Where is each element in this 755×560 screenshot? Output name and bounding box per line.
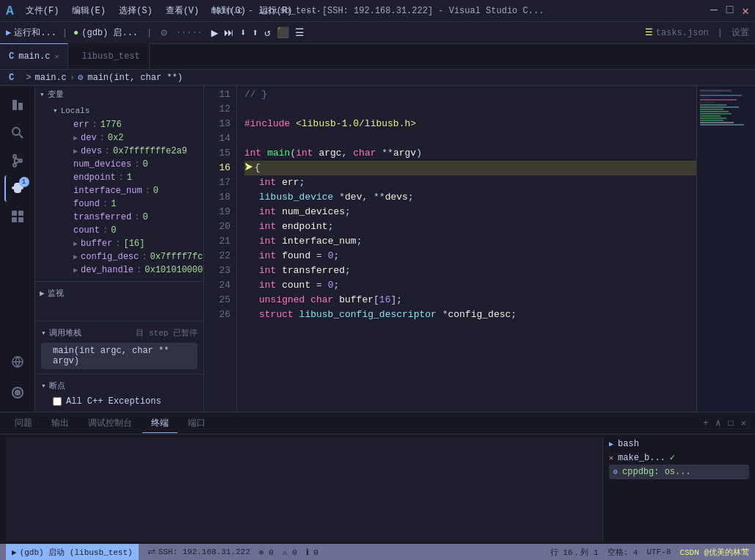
svg-rect-7 [12,211,17,216]
status-info[interactable]: ℹ 0 [306,548,318,557]
bp-checkbox[interactable] [53,397,62,406]
settings-tab[interactable]: 设置 [732,26,749,39]
breakpoints-header[interactable]: ▾ 断点 [41,377,197,394]
svg-point-12 [16,391,19,394]
tab-main-c[interactable]: C main.c ✕ [0,43,68,69]
status-spaces[interactable]: 空格: 4 [608,547,638,558]
status-errors[interactable]: ⊗ 0 [259,548,274,557]
line-numbers: 11 12 13 14 15 16 17 18 19 20 21 22 23 2… [204,86,237,412]
ssh-icon: ⮂ [147,548,156,557]
var-transferred[interactable]: transferred : 0 [47,211,203,224]
menu-select[interactable]: 选择(S) [113,3,158,18]
panel-close-btn[interactable]: ✕ [738,415,749,432]
code-line-22: int found = 0; [244,249,696,263]
panel-add-btn[interactable]: + [700,415,711,432]
breadcrumb-function[interactable]: main(int, char **) [87,73,183,83]
panel-tab-debug-console[interactable]: 调试控制台 [79,414,141,432]
svg-point-5 [13,164,16,167]
status-line-col[interactable]: 行 16，列 1 [550,547,599,558]
activity-search[interactable] [4,120,31,146]
menu-file[interactable]: 文件(F) [20,3,65,18]
activity-explorer[interactable] [4,92,31,118]
status-debug[interactable]: ▶ (gdb) 启动 (libusb_test) [6,544,139,560]
window-controls: — □ ✕ [710,4,749,18]
gdb-icon: ● [73,28,79,38]
step-into-btn[interactable]: ⬇ [240,26,246,39]
locals-header[interactable]: ▾ Locals [47,103,203,118]
variables-header[interactable]: ▾ 变量 [35,86,203,103]
svg-line-3 [19,134,23,138]
menu-edit[interactable]: 编辑(E) [66,3,112,18]
var-dev-handle[interactable]: ▶ dev_handle : 0x10101000000 [47,263,203,277]
svg-rect-1 [18,103,23,110]
svg-point-4 [13,155,16,158]
var-count[interactable]: count : 0 [47,224,203,237]
var-endpoint[interactable]: endpoint : 1 [47,171,203,184]
menu-view[interactable]: 查看(V) [160,3,205,18]
code-line-21: int interface_num; [244,234,696,249]
terminal-cppdbg[interactable]: ⚙ cppdbg: os... [609,465,749,479]
line-num-20: 20 [204,219,230,234]
line-num-17: 17 [204,175,230,190]
var-num-devices[interactable]: num_devices : 0 [47,158,203,171]
breadcrumb: C > main.c › ⚙ main(int, char **) [0,70,755,86]
svg-rect-0 [12,100,17,110]
code-line-12 [244,102,696,117]
status-encoding[interactable]: UTF-8 [646,548,671,556]
status-left: ▶ (gdb) 启动 (libusb_test) ⮂ SSH: 192.168.… [6,544,318,560]
step-out-btn[interactable]: ⬆ [252,26,258,39]
line-num-19: 19 [204,205,230,219]
restart-btn[interactable]: ↺ [264,26,270,39]
stop-btn[interactable]: ⬛ [277,26,289,39]
var-err[interactable]: err : 1776 [47,118,203,131]
activity-extensions[interactable] [4,203,31,230]
status-warnings[interactable]: ⚠ 0 [282,548,297,557]
var-devs[interactable]: ▶ devs : 0x7fffffffe2a9 [47,145,203,158]
callstack-step-label: 目 step 已暂停 [136,327,197,338]
panel-tab-output[interactable]: 输出 [43,414,78,432]
terminal-bash[interactable]: ▶ bash [609,437,749,451]
panel-chevron-up[interactable]: ∧ [712,415,723,432]
panel-tab-ports[interactable]: 端口 [179,414,214,432]
activity-debug[interactable]: 1 [4,175,31,202]
panel-maximize-btn[interactable]: □ [726,415,737,432]
var-buffer[interactable]: ▶ buffer : [16] [47,237,203,250]
tab-libusb-test[interactable]: libusb_test [68,43,149,69]
terminal-make-icon: ✕ [609,454,613,462]
breadcrumb-sep2: › [70,73,75,83]
var-dev[interactable]: ▶ dev : 0x2 [47,131,203,145]
line-num-24: 24 [204,278,230,293]
activity-remote[interactable] [4,349,31,375]
activity-settings[interactable] [4,379,31,406]
watch-header[interactable]: ▶ 监视 [35,285,203,302]
maximize-button[interactable]: □ [726,4,734,18]
svg-rect-8 [18,211,23,216]
var-config-desc[interactable]: ▶ config_desc : 0x7ffff7fc10... [47,250,203,263]
terminal-make[interactable]: ✕ make_b... ✓ [609,451,749,465]
var-found[interactable]: found : 1 [47,197,203,211]
gdb-selector[interactable]: ● (gdb) 启... [73,26,138,39]
continue-btn[interactable]: ▶ [211,26,219,40]
code-editor[interactable]: 11 12 13 14 15 16 17 18 19 20 21 22 23 2… [204,86,755,412]
close-tab-icon[interactable]: ✕ [54,52,59,61]
panel-tab-terminal[interactable]: 终端 [142,414,178,433]
status-ssh[interactable]: ⮂ SSH: 192.168.31.222 [147,548,250,557]
settings-icon[interactable]: ⚙ [161,26,167,39]
breakpoint-exceptions[interactable]: All C++ Exceptions [41,394,197,409]
breadcrumb-filename[interactable]: main.c [35,73,67,83]
minimize-button[interactable]: — [710,4,718,18]
step-over-btn[interactable]: ⏭ [224,27,234,39]
close-button[interactable]: ✕ [742,4,749,18]
line-num-14: 14 [204,131,230,146]
callstack-header[interactable]: ▾ 调用堆栈 目 step 已暂停 [41,324,197,341]
run-config-selector[interactable]: ▶ 运行和... [6,26,56,39]
panel-tab-problems[interactable]: 问题 [6,414,41,432]
activity-source-control[interactable] [4,148,31,174]
disconnect-btn[interactable]: ☰ [295,26,304,39]
callstack-item-main[interactable]: main(int argc, char ** argv) [41,343,197,369]
line-num-11: 11 [204,87,230,102]
code-content[interactable]: // } #include <libusb-1.0/libusb.h> int … [237,86,696,412]
var-interface-num[interactable]: interface_num : 0 [47,184,203,197]
tasks-tab[interactable]: ☰ tasks.json [645,27,709,38]
terminal-area[interactable] [6,437,602,541]
